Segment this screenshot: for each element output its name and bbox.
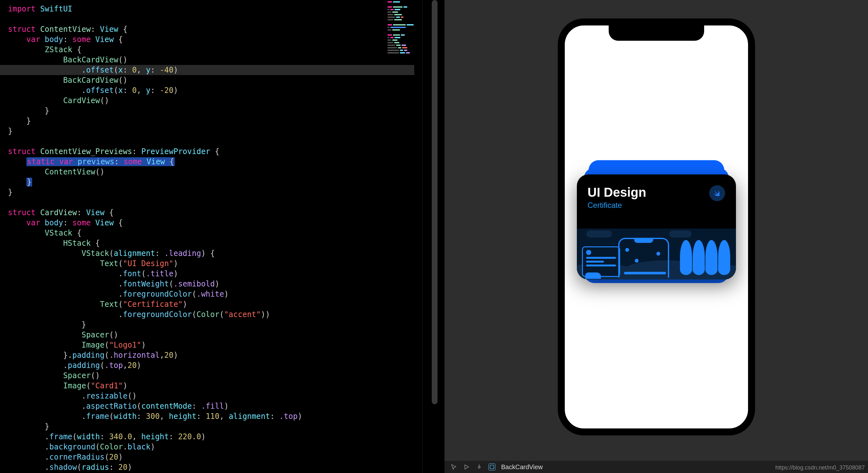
code-line[interactable]: } bbox=[8, 116, 422, 126]
cursor-icon[interactable] bbox=[450, 464, 457, 470]
code-line[interactable]: Text("Certificate") bbox=[8, 299, 422, 309]
main-card: UI Design Certificate bbox=[577, 174, 736, 279]
code-line[interactable]: import SwiftUI bbox=[8, 4, 422, 14]
scrollbar-thumb[interactable] bbox=[432, 0, 437, 404]
iphone-notch bbox=[609, 25, 704, 41]
svg-marker-0 bbox=[465, 465, 469, 469]
code-line[interactable]: .offset(x: 0, y: -20) bbox=[8, 85, 422, 95]
code-line[interactable]: Spacer() bbox=[8, 371, 422, 381]
code-line[interactable]: } bbox=[8, 187, 422, 197]
code-line[interactable]: Text("UI Design") bbox=[8, 259, 422, 269]
code-line[interactable]: .foregroundColor(Color("accent")) bbox=[8, 309, 422, 320]
editor-scrollbar-region bbox=[422, 0, 444, 473]
code-line[interactable]: .cornerRadius(20) bbox=[8, 452, 422, 462]
preview-selection-label: BackCardView bbox=[501, 464, 543, 471]
swift-logo-icon bbox=[709, 185, 725, 201]
code-line[interactable]: Image("Card1") bbox=[8, 381, 422, 391]
code-line[interactable]: }.padding(.horizontal,20) bbox=[8, 350, 422, 360]
code-line[interactable]: .offset(x: 0, y: -40) bbox=[0, 65, 414, 75]
code-line[interactable]: var body: some View { bbox=[8, 34, 422, 45]
code-line[interactable]: VStack(alignment: .leading) { bbox=[8, 248, 422, 259]
code-line[interactable]: .resizable() bbox=[8, 391, 422, 401]
code-line[interactable]: .frame(width: 300, height: 110, alignmen… bbox=[8, 411, 422, 421]
code-line[interactable]: var body: some View { bbox=[8, 218, 422, 228]
code-line[interactable]: static var previews: some View { bbox=[8, 157, 422, 167]
code-line[interactable]: .shadow(radius: 20) bbox=[8, 462, 422, 472]
code-line[interactable]: .padding(.top,20) bbox=[8, 360, 422, 371]
xcode-window: import SwiftUIstruct ContentView: View {… bbox=[0, 0, 868, 473]
code-line[interactable]: struct CardView: View { bbox=[8, 208, 422, 218]
pin-icon[interactable] bbox=[476, 464, 483, 470]
svg-rect-1 bbox=[490, 465, 494, 469]
code-line[interactable]: ZStack { bbox=[8, 45, 422, 55]
code-line[interactable]: HStack { bbox=[8, 238, 422, 248]
code-line[interactable]: BackCardView() bbox=[8, 55, 422, 65]
code-line[interactable]: .background(Color.black) bbox=[8, 442, 422, 452]
code-line[interactable]: } bbox=[8, 106, 422, 116]
code-line[interactable]: BackCardView() bbox=[8, 75, 422, 85]
code-line[interactable] bbox=[8, 197, 422, 208]
code-line[interactable]: .fontWeight(.semibold) bbox=[8, 279, 422, 289]
struct-icon[interactable] bbox=[488, 464, 495, 470]
code-line[interactable]: struct ContentView: View { bbox=[8, 24, 422, 34]
card-stack: UI Design Certificate bbox=[577, 174, 736, 279]
code-editor-pane[interactable]: import SwiftUIstruct ContentView: View {… bbox=[0, 0, 422, 473]
iphone-device-frame: UI Design Certificate bbox=[558, 19, 755, 436]
code-line[interactable]: .foregroundColor(.white) bbox=[8, 289, 422, 299]
card-title: UI Design bbox=[588, 185, 646, 200]
play-icon[interactable] bbox=[463, 464, 470, 470]
card-illustration bbox=[577, 229, 736, 279]
code-line[interactable]: } bbox=[8, 421, 422, 432]
code-line[interactable]: .font(.title) bbox=[8, 269, 422, 279]
code-line[interactable]: ContentView() bbox=[8, 167, 422, 177]
code-line[interactable]: struct ContentView_Previews: PreviewProv… bbox=[8, 146, 422, 157]
code-line[interactable] bbox=[8, 14, 422, 24]
code-line[interactable]: } bbox=[8, 177, 422, 187]
watermark-text: https://blog.csdn.net/m0_37508087 bbox=[775, 465, 865, 471]
code-line[interactable]: VStack { bbox=[8, 228, 422, 238]
source-code[interactable]: import SwiftUIstruct ContentView: View {… bbox=[0, 0, 422, 472]
code-line[interactable]: } bbox=[8, 126, 422, 136]
code-line[interactable]: Spacer() bbox=[8, 330, 422, 340]
code-line[interactable]: .aspectRatio(contentMode: .fill) bbox=[8, 401, 422, 411]
minimap[interactable] bbox=[385, 0, 422, 57]
code-line[interactable]: Image("Logo1") bbox=[8, 340, 422, 350]
preview-canvas-pane[interactable]: UI Design Certificate bbox=[444, 0, 868, 473]
code-line[interactable]: CardView() bbox=[8, 95, 422, 106]
card-subtitle: Certificate bbox=[588, 201, 646, 210]
code-line[interactable]: } bbox=[8, 320, 422, 330]
code-line[interactable] bbox=[8, 136, 422, 146]
code-line[interactable]: .frame(width: 340.0, height: 220.0) bbox=[8, 432, 422, 442]
card-header: UI Design Certificate bbox=[577, 174, 736, 210]
